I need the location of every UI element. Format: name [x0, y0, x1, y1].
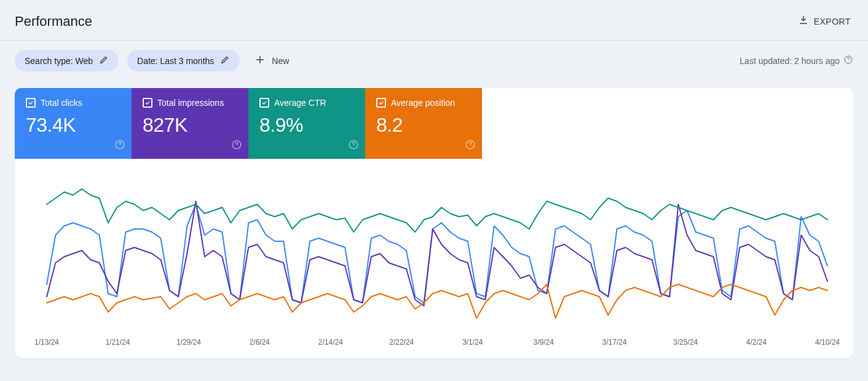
chart-xtick: 1/13/24	[34, 338, 59, 347]
filter-search-type-label: Search type: Web	[25, 56, 93, 66]
checkbox-icon	[143, 98, 152, 108]
metric-average-ctr[interactable]: Average CTR 8.9%	[248, 88, 365, 159]
chart-xtick: 3/9/24	[533, 338, 554, 347]
help-icon[interactable]	[231, 139, 242, 153]
checkbox-icon	[259, 98, 269, 108]
performance-chart[interactable]: 1/13/241/21/241/29/242/6/242/14/242/22/2…	[28, 167, 840, 352]
metric-value: 827K	[143, 114, 237, 137]
download-icon	[798, 15, 809, 28]
help-icon[interactable]	[843, 55, 853, 66]
filter-date-label: Date: Last 3 months	[137, 56, 214, 66]
plus-icon	[254, 54, 266, 67]
chart-xtick: 4/2/24	[746, 338, 767, 347]
chart-series	[47, 284, 827, 318]
page-title: Performance	[15, 14, 92, 30]
metric-label: Total clicks	[41, 98, 82, 108]
checkbox-icon	[376, 98, 386, 108]
metric-label: Total impressions	[157, 98, 224, 108]
checkbox-icon	[26, 98, 36, 108]
pencil-icon	[220, 55, 230, 66]
help-icon[interactable]	[348, 139, 359, 153]
last-updated-label: Last updated: 2 hours ago	[740, 56, 840, 66]
export-button[interactable]: EXPORT	[795, 11, 853, 31]
chart-xtick: 1/29/24	[176, 338, 201, 347]
metric-value: 73.4K	[26, 114, 120, 137]
metric-label: Average CTR	[274, 98, 326, 108]
chart-xtick: 4/10/24	[815, 338, 840, 347]
export-label: EXPORT	[814, 17, 851, 26]
filter-search-type[interactable]: Search type: Web	[15, 50, 119, 71]
chart-xtick: 2/6/24	[250, 338, 270, 347]
metric-value: 8.9%	[259, 114, 354, 137]
chart-xtick: 2/22/24	[389, 338, 414, 347]
chart-xtick: 1/21/24	[105, 338, 130, 347]
help-icon[interactable]	[114, 139, 125, 153]
help-icon[interactable]	[465, 139, 476, 153]
metric-value: 8.2	[376, 114, 471, 137]
chart-xtick: 3/1/24	[462, 338, 483, 347]
chart-xtick: 3/25/24	[673, 338, 698, 347]
new-label: New	[272, 56, 289, 66]
filter-date[interactable]: Date: Last 3 months	[127, 50, 240, 71]
performance-card: Total clicks 73.4K Total impressions 827…	[15, 88, 853, 358]
metric-total-clicks[interactable]: Total clicks 73.4K	[15, 88, 132, 159]
chart-xtick: 3/17/24	[602, 338, 627, 347]
chart-xtick: 2/14/24	[318, 338, 343, 347]
metric-average-position[interactable]: Average position 8.2	[365, 88, 482, 159]
last-updated: Last updated: 2 hours ago	[740, 55, 853, 66]
add-filter-button[interactable]: New	[248, 49, 295, 72]
metric-total-impressions[interactable]: Total impressions 827K	[132, 88, 248, 159]
pencil-icon	[99, 55, 109, 66]
metric-label: Average position	[391, 98, 455, 108]
